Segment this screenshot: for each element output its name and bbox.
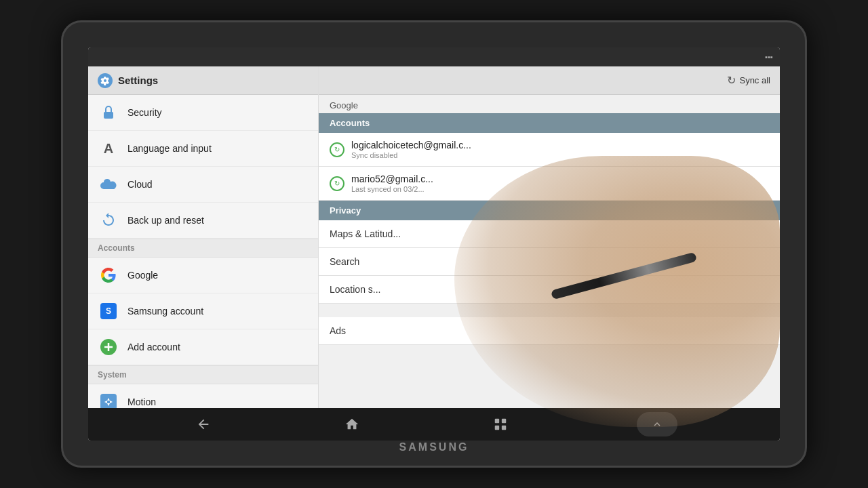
motion-label: Motion [127, 396, 156, 407]
account-2-email: mario52@gmail.c... [351, 174, 769, 184]
svg-rect-0 [104, 112, 113, 119]
account-1-email: logicalchoicetech@gmail.c... [351, 140, 769, 150]
add-account-icon [98, 336, 119, 358]
account-item-2-text: mario52@gmail.c... Last synced on 03/2..… [351, 174, 769, 193]
account-item-1[interactable]: ↻ logicalchoicetech@gmail.c... Sync disa… [319, 133, 780, 167]
search-label: Search [330, 256, 359, 267]
sync-all-button[interactable]: ↻ Sync all [727, 74, 770, 87]
settings-title: Settings [118, 75, 158, 86]
settings-header-icon [98, 73, 113, 88]
back-button[interactable] [191, 412, 216, 436]
google-icon [98, 264, 119, 286]
maps-latitude-item[interactable]: Maps & Latitud... [319, 220, 780, 248]
status-bar: ▪▪▪ [88, 47, 780, 66]
tablet-screen: ▪▪▪ Settings [88, 47, 780, 441]
content-panel: ↻ Sync all Google Accounts ↻ logicalchoi… [319, 66, 780, 408]
expand-button[interactable] [637, 412, 677, 436]
samsung-account-icon: S [98, 300, 119, 322]
ads-item[interactable]: Ads [319, 317, 780, 345]
cloud-icon [98, 174, 119, 195]
sidebar-item-samsung[interactable]: S Samsung account [88, 293, 318, 329]
account-item-2[interactable]: ↻ mario52@gmail.c... Last synced on 03/2… [319, 167, 780, 201]
settings-container: Settings Security A [88, 66, 780, 408]
svg-rect-7 [501, 426, 505, 430]
add-account-label: Add account [127, 342, 180, 352]
sync-icon: ↻ [727, 74, 736, 87]
sidebar-item-google[interactable]: Google [88, 258, 318, 293]
ads-label: Ads [330, 325, 346, 336]
language-label: Language and input [127, 143, 212, 154]
security-label: Security [127, 107, 162, 118]
backup-icon [98, 209, 119, 231]
tablet-device: ▪▪▪ Settings [61, 20, 807, 468]
maps-label: Maps & Latitud... [330, 228, 401, 239]
sidebar-item-add-account[interactable]: Add account [88, 329, 318, 365]
nav-bar [88, 408, 780, 441]
home-button[interactable] [340, 412, 364, 436]
svg-rect-6 [494, 426, 498, 430]
content-header-bar: ↻ Sync all [319, 66, 780, 95]
sidebar: Settings Security A [88, 66, 319, 408]
sidebar-item-motion[interactable]: Motion [88, 384, 318, 408]
search-item[interactable]: Search [319, 248, 780, 276]
backup-label: Back up and reset [127, 215, 204, 226]
privacy-header: Privacy [319, 201, 780, 220]
account-2-status: Last synced on 03/2... [351, 185, 769, 193]
accounts-section-header: Accounts [88, 239, 318, 258]
samsung-brand: SAMSUNG [399, 441, 469, 453]
language-icon: A [98, 138, 119, 159]
system-section-header: System [88, 365, 318, 384]
account-item-1-text: logicalchoicetech@gmail.c... Sync disabl… [351, 140, 769, 159]
spacer [319, 304, 780, 317]
content-accounts-header: Accounts [319, 113, 780, 133]
sidebar-item-language[interactable]: A Language and input [88, 131, 318, 167]
svg-rect-4 [494, 419, 498, 423]
motion-icon [98, 391, 119, 408]
google-label: Google [127, 270, 158, 281]
account-sync-icon-1: ↻ [330, 142, 344, 157]
location-item[interactable]: Location s... [319, 276, 780, 304]
sidebar-item-cloud[interactable]: Cloud [88, 167, 318, 203]
recents-button[interactable] [488, 412, 513, 436]
settings-header: Settings [88, 66, 318, 95]
sync-all-label: Sync all [739, 75, 770, 85]
cloud-label: Cloud [127, 179, 153, 190]
sidebar-item-security[interactable]: Security [88, 95, 318, 131]
security-icon [98, 102, 119, 123]
sidebar-item-backup[interactable]: Back up and reset [88, 203, 318, 239]
google-group-title: Google [319, 95, 780, 113]
account-1-status: Sync disabled [351, 151, 769, 159]
account-sync-icon-2: ↻ [330, 176, 344, 191]
location-label: Location s... [330, 284, 381, 295]
samsung-account-label: Samsung account [127, 306, 203, 317]
svg-rect-5 [501, 419, 505, 423]
